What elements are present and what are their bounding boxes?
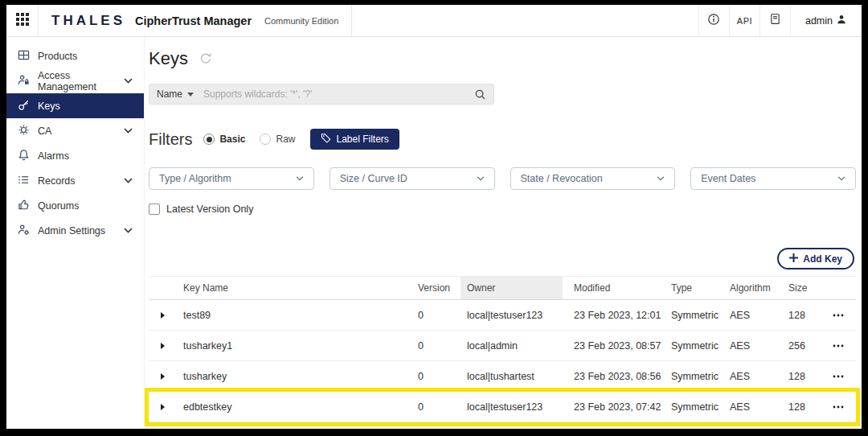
dropdown-label: Event Dates: [701, 173, 755, 184]
cell-key-name: edbtestkey: [171, 392, 406, 422]
add-key-button[interactable]: Add Key: [777, 248, 854, 269]
chevron-down-icon: [124, 128, 133, 134]
caret-down-icon: [187, 93, 194, 97]
sidebar-item-keys[interactable]: Keys: [6, 93, 144, 118]
cell-algorithm: AES: [723, 300, 776, 330]
user-icon: [836, 14, 847, 27]
column-header-modified[interactable]: Modified: [563, 277, 663, 299]
column-header-version[interactable]: Version: [406, 277, 461, 299]
filters-heading: Filters: [149, 130, 192, 149]
sidebar-item-access-management[interactable]: Access Management: [6, 68, 144, 93]
plus-icon: [789, 253, 798, 265]
screenshot-frame: THALES CipherTrust Manager Community Edi…: [0, 0, 868, 436]
sidebar-item-records[interactable]: Records: [6, 168, 144, 193]
column-header-size[interactable]: Size: [776, 277, 820, 299]
search-field-selector[interactable]: Name: [157, 88, 203, 100]
cell-version: 0: [406, 331, 461, 360]
thumbs-up-icon: [18, 199, 30, 213]
filter-event-dates[interactable]: Event Dates: [690, 167, 856, 190]
sidebar-item-products[interactable]: Products: [6, 43, 144, 68]
sidebar-item-label: Records: [38, 175, 76, 187]
cell-algorithm: AES: [723, 361, 776, 391]
row-actions-menu[interactable]: [829, 372, 847, 381]
radio-raw-control[interactable]: [260, 134, 271, 145]
column-header-type[interactable]: Type: [663, 277, 723, 299]
radio-raw[interactable]: Raw: [260, 134, 295, 145]
latest-version-label: Latest Version Only: [166, 204, 253, 215]
chevron-down-icon: [124, 228, 133, 233]
row-expander-icon[interactable]: [161, 312, 165, 319]
dropdown-label: Type / Algorithm: [159, 173, 231, 184]
chevron-down-icon: [124, 178, 133, 183]
username-label: admin: [805, 15, 833, 27]
row-actions-menu[interactable]: [829, 402, 847, 412]
radio-basic-control[interactable]: [203, 134, 215, 145]
top-bar: THALES CipherTrust Manager Community Edi…: [6, 5, 862, 37]
list-icon: [18, 174, 30, 188]
sidebar-item-label: Admin Settings: [38, 225, 105, 237]
cell-owner: local|tushartest: [461, 361, 563, 391]
filter-state-revocation[interactable]: State / Revocation: [510, 167, 676, 190]
user-menu[interactable]: admin: [790, 5, 862, 36]
cell-type: Symmetric: [663, 331, 723, 360]
table-row-tusharkey[interactable]: tusharkey 0 local|tushartest 23 Feb 2023…: [149, 361, 856, 392]
bell-icon: [18, 149, 30, 163]
products-icon: [18, 49, 30, 64]
api-link[interactable]: API: [729, 5, 760, 36]
add-key-label: Add Key: [803, 253, 842, 265]
row-expander-icon[interactable]: [161, 404, 165, 410]
row-expander-icon[interactable]: [161, 373, 165, 380]
table-header-row: Key Name Version Owner Modified Type Alg…: [149, 276, 856, 300]
filter-dropdowns: Type / Algorithm Size / Curve ID State /…: [149, 167, 856, 190]
cell-key-name: test89: [171, 300, 406, 330]
cell-type: Symmetric: [663, 361, 723, 391]
info-button[interactable]: [698, 5, 729, 36]
sidebar-item-label: Products: [38, 51, 77, 62]
sidebar-item-quorums[interactable]: Quorums: [6, 193, 144, 218]
cell-size: 128: [776, 300, 820, 330]
table-row-edbtestkey-highlighted[interactable]: edbtestkey 0 local|testuser123 23 Feb 20…: [149, 392, 856, 422]
keys-table: Key Name Version Owner Modified Type Alg…: [149, 276, 856, 422]
docs-button[interactable]: [760, 5, 790, 36]
latest-version-checkbox[interactable]: [149, 204, 160, 215]
body-row: Products Access Management Keys CA Alarm…: [6, 37, 862, 429]
search-bar: Name: [149, 84, 494, 105]
row-actions-menu[interactable]: [829, 341, 847, 351]
chevron-down-icon: [477, 176, 485, 181]
search-icon[interactable]: [474, 88, 486, 101]
sidebar-item-label: Keys: [38, 101, 60, 112]
filter-size-curve-id[interactable]: Size / Curve ID: [330, 167, 495, 190]
filters-row: Filters Basic Raw Label Filters: [149, 129, 856, 150]
cell-key-name: tusharkey1: [171, 331, 406, 360]
table-row-test89[interactable]: test89 0 local|testuser123 23 Feb 2023, …: [149, 300, 856, 331]
cell-modified: 23 Feb 2023, 12:01: [563, 300, 663, 330]
search-input[interactable]: [203, 88, 474, 100]
sidebar-item-label: Access Management: [38, 70, 116, 93]
radio-basic[interactable]: Basic: [203, 134, 245, 145]
dropdown-label: State / Revocation: [521, 173, 603, 184]
grid-icon: [16, 13, 29, 29]
refresh-button[interactable]: [199, 52, 212, 65]
cell-size: 128: [776, 361, 820, 391]
row-expander-icon[interactable]: [161, 343, 165, 349]
app-switcher-button[interactable]: [6, 5, 39, 36]
latest-version-row: Latest Version Only: [149, 203, 856, 216]
column-header-owner[interactable]: Owner: [461, 277, 563, 299]
cell-version: 0: [406, 300, 461, 330]
cell-modified: 23 Feb 2023, 07:42: [563, 392, 663, 422]
filter-type-algorithm[interactable]: Type / Algorithm: [149, 167, 314, 190]
label-filters-button[interactable]: Label Filters: [310, 129, 399, 150]
sidebar-item-alarms[interactable]: Alarms: [6, 143, 144, 168]
sidebar-item-admin-settings[interactable]: Admin Settings: [6, 218, 144, 243]
column-header-key-name[interactable]: Key Name: [171, 277, 406, 299]
book-icon: [769, 13, 781, 28]
table-row-tusharkey1[interactable]: tusharkey1 0 local|admin 23 Feb 2023, 08…: [149, 331, 856, 361]
row-actions-menu[interactable]: [829, 311, 847, 320]
thales-logo: THALES: [51, 13, 125, 29]
column-header-algorithm[interactable]: Algorithm: [723, 277, 776, 299]
cell-version: 0: [406, 361, 461, 391]
sidebar-item-ca[interactable]: CA: [6, 118, 144, 143]
sidebar: Products Access Management Keys CA Alarm…: [6, 37, 145, 429]
chevron-down-icon: [837, 176, 845, 181]
cell-size: 256: [776, 331, 820, 360]
